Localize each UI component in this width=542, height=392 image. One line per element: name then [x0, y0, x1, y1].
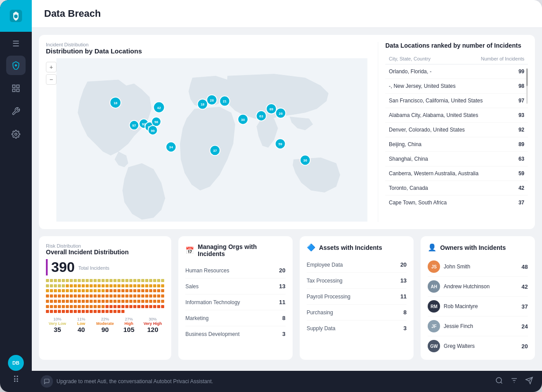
dot — [70, 300, 73, 303]
dot — [102, 305, 105, 308]
dot — [102, 300, 105, 303]
send-action-button[interactable] — [525, 377, 533, 387]
search-action-button[interactable] — [495, 377, 503, 387]
svg-text:37: 37 — [213, 149, 217, 153]
owner-name: John Smith — [444, 264, 518, 270]
dot — [62, 310, 65, 313]
dot — [121, 300, 124, 303]
dot — [54, 300, 57, 303]
dot — [46, 305, 49, 308]
chat-bubble-icon[interactable] — [41, 375, 53, 388]
svg-point-45 — [496, 377, 501, 383]
rank-table-row: Orlando, Florida, -99 — [385, 64, 528, 79]
dot — [82, 294, 85, 298]
owner-row: RM Rob Macintyre 37 — [428, 297, 528, 317]
svg-text:18: 18 — [200, 102, 204, 106]
svg-rect-4 — [17, 85, 19, 88]
dot — [54, 310, 57, 313]
dot — [137, 300, 140, 303]
dot — [161, 279, 164, 282]
dot — [74, 289, 77, 292]
zoom-in-button[interactable]: + — [46, 62, 56, 72]
svg-text:63: 63 — [259, 114, 263, 118]
risk-bar-item: 27% High 105 — [117, 317, 140, 333]
dot — [70, 294, 73, 298]
owner-avatar: GW — [428, 340, 440, 352]
dot — [98, 310, 101, 313]
sidebar-item-shield[interactable] — [6, 56, 26, 75]
dot — [109, 289, 113, 292]
owner-name: Andrew Hutchinson — [444, 283, 518, 290]
dot — [82, 284, 85, 287]
dot — [82, 279, 85, 282]
dot — [137, 279, 140, 282]
svg-text:98: 98 — [154, 120, 158, 124]
dot — [54, 305, 57, 308]
owner-name: Rob Macintyre — [444, 303, 518, 309]
dot — [78, 300, 81, 303]
dot — [137, 305, 140, 308]
dot — [78, 305, 81, 308]
dot — [117, 289, 120, 292]
dot — [70, 305, 73, 308]
sidebar-item-tools[interactable] — [6, 102, 26, 121]
assets-rows: Employee Data20Tax Processing13Payroll P… — [307, 257, 407, 336]
owner-row: GW Greg Walters 20 — [428, 336, 528, 356]
sidebar-nav — [6, 56, 26, 355]
zoom-out-button[interactable]: − — [46, 74, 56, 85]
risk-title: Overall Incident Distribution — [46, 249, 164, 256]
bottom-actions — [495, 377, 533, 387]
rank-table-row: Shanghai, China63 — [385, 152, 528, 166]
menu-icon[interactable]: ☰ — [12, 39, 19, 49]
dot — [161, 300, 164, 303]
sidebar-item-dashboard[interactable] — [6, 79, 26, 98]
dot — [66, 305, 69, 308]
dot — [66, 289, 69, 292]
total-number: 390 — [51, 259, 75, 275]
risk-subtitle: Risk Distribution — [46, 243, 164, 249]
assets-panel-header: 🔷 Assets with Incidents — [307, 243, 407, 252]
dot — [94, 279, 97, 282]
svg-text:21: 21 — [223, 99, 227, 103]
dot — [157, 294, 160, 298]
dot — [50, 284, 53, 287]
dot — [58, 279, 61, 282]
dot — [78, 289, 81, 292]
dot — [129, 284, 132, 287]
assets-row: Employee Data20 — [307, 257, 407, 273]
owner-count: 37 — [522, 303, 528, 310]
dot — [90, 279, 93, 282]
dot — [62, 294, 65, 298]
orgs-row: Human Resources20 — [185, 263, 286, 279]
dot-grid — [46, 279, 164, 314]
filter-action-button[interactable] — [510, 377, 518, 387]
dot — [62, 305, 65, 308]
dot — [153, 294, 156, 298]
rank-table-header: City, State, Country Number of Incidents — [385, 53, 528, 64]
dot — [86, 289, 89, 292]
dot — [58, 305, 61, 308]
dot — [145, 300, 148, 303]
dot — [153, 300, 156, 303]
svg-text:89: 89 — [269, 107, 273, 111]
sidebar-dots[interactable]: ⠿ — [13, 374, 19, 385]
dot — [86, 305, 89, 308]
dot — [149, 284, 152, 287]
dot — [86, 284, 89, 287]
main-content: Data Breach Incident Distribution Distri… — [32, 0, 542, 392]
dot — [125, 294, 128, 298]
map-left: Incident Distribution Distribution by Da… — [46, 42, 378, 222]
risk-bar-item: 30% Very High 120 — [141, 317, 164, 333]
dot — [149, 289, 152, 292]
dot — [109, 294, 113, 298]
svg-rect-5 — [13, 89, 15, 92]
dot — [125, 305, 128, 308]
user-avatar[interactable]: DB — [8, 355, 24, 371]
rank-table-row: -, New Jersey, United States98 — [385, 79, 528, 94]
owners-rows: JS John Smith 48 AH Andrew Hutchinson 42… — [428, 257, 528, 356]
dot — [153, 279, 156, 282]
svg-text:42: 42 — [157, 106, 161, 110]
sidebar-item-settings[interactable] — [6, 124, 26, 144]
dot — [54, 289, 57, 292]
svg-rect-6 — [17, 89, 19, 92]
